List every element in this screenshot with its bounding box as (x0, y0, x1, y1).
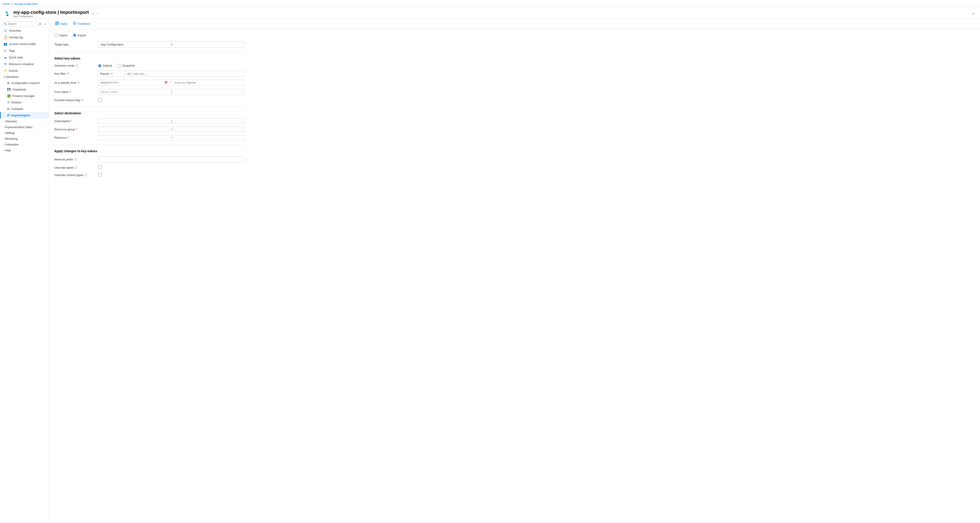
resource-dropdown[interactable]: ▾ (98, 135, 244, 140)
sidebar-item-label: Overview (9, 29, 21, 32)
selection-mode-label: Selection mode ⓘ (54, 64, 94, 67)
from-label-placeholder: Please select (100, 90, 171, 94)
key-filter-row: Key filter ⓘ Equals ▾ (54, 71, 244, 77)
sidebar-item-label: Access control (IAM) (9, 42, 36, 46)
settings-chevron-icon: › (3, 132, 4, 134)
import-radio-label[interactable]: Import (54, 33, 67, 37)
from-label-dropdown[interactable]: Please select ▾ (98, 89, 244, 95)
import-radio[interactable] (54, 33, 58, 37)
remove-prefix-info-icon[interactable]: ⓘ (74, 158, 76, 161)
breadcrumb: Home > my-app-config-store (3, 2, 38, 6)
time-field[interactable] (172, 80, 244, 86)
arrow-right-icon (6, 11, 8, 14)
key-filter-operator-value: Equals (100, 72, 111, 75)
sidebar-section-help[interactable]: › Help (0, 148, 49, 153)
override-labels-label: Override labels ⓘ (54, 166, 94, 170)
exclude-feature-flag-row: Exclude feature flag ⓘ (54, 98, 244, 102)
import-export-radio-group: Import Export (54, 33, 244, 37)
sidebar-item-compare[interactable]: ⊟ Compare (0, 105, 49, 112)
resource-group-dropdown[interactable]: ▾ (98, 127, 244, 132)
key-filter-operator-dropdown[interactable]: Equals ▾ (98, 71, 125, 77)
sidebar-item-snapshots[interactable]: 💾 Snapshots (0, 86, 49, 93)
sidebar-item-overview[interactable]: ⊡ Overview (0, 27, 49, 34)
specific-time-control: 📅 (98, 80, 244, 86)
key-filter-label: Key filter ⓘ (54, 72, 94, 75)
specific-time-info-icon[interactable]: ⓘ (77, 81, 80, 85)
sidebar-item-tags[interactable]: 🏷 Tags (0, 47, 49, 54)
override-labels-info-icon[interactable]: ⓘ (75, 166, 77, 170)
subscription-row: Subscription * ▾ (54, 118, 244, 124)
sidebar-item-events[interactable]: ⚡ Events (0, 67, 49, 74)
breadcrumb-current[interactable]: my-app-config-store (14, 2, 38, 6)
feedback-button[interactable]: Feedback (70, 21, 93, 27)
sidebar-section-operations[interactable]: ▾ Operations (0, 74, 49, 80)
select-key-values-title: Select key-values (54, 57, 244, 60)
search-input[interactable] (8, 22, 35, 26)
override-labels-control (98, 166, 244, 170)
sidebar-item-label: Restore (11, 101, 22, 104)
page-subtitle: App Configuration (13, 15, 89, 18)
sidebar-section-automation[interactable]: › Automation (0, 142, 49, 148)
key-filter-info-icon[interactable]: ⓘ (67, 72, 69, 75)
sidebar-item-activity-log[interactable]: 📋 Activity log (0, 34, 49, 41)
remove-prefix-input[interactable] (98, 156, 244, 163)
default-radio-label[interactable]: Default (98, 64, 112, 67)
export-radio[interactable] (73, 33, 76, 37)
page-title: my-app-config-store | Import/export (13, 10, 89, 15)
date-input[interactable] (100, 81, 164, 85)
selection-mode-info-icon[interactable]: ⓘ (75, 64, 78, 67)
divider-3 (54, 145, 244, 145)
resource-control: ▾ (98, 135, 244, 140)
sidebar-item-import-export[interactable]: ⇄ Import/export (0, 112, 49, 118)
sidebar-item-restore[interactable]: ↺ Restore (0, 99, 49, 105)
sidebar-item-access-control[interactable]: 👥 Access control (IAM) (0, 41, 49, 47)
close-button[interactable]: × (970, 11, 977, 17)
sidebar-item-label: Activity log (9, 36, 23, 39)
override-content-types-info-icon[interactable]: ⓘ (84, 173, 87, 177)
snapshot-radio[interactable] (118, 64, 121, 67)
sidebar-section-monitoring[interactable]: › Monitoring (0, 136, 49, 142)
sidebar-item-resource-visualizer[interactable]: ⚙ Resource visualizer (0, 61, 49, 67)
exclude-feature-flag-checkbox[interactable] (98, 98, 102, 102)
snapshot-radio-label[interactable]: Snapshot (118, 64, 135, 67)
exclude-feature-flag-info-icon[interactable]: ⓘ (81, 98, 84, 102)
key-filter-input[interactable] (125, 71, 244, 77)
form-area: Import Export Target type App Configurat… (49, 29, 250, 185)
sidebar-item-quick-start[interactable]: ☁ Quick start (0, 54, 49, 61)
sidebar-collapse-button[interactable]: « (43, 22, 46, 26)
favorite-icon[interactable]: ☆ (92, 11, 95, 16)
sidebar-search-container[interactable]: 🔍 (2, 21, 37, 26)
override-content-types-checkbox[interactable] (98, 173, 102, 177)
remove-prefix-control (98, 156, 244, 163)
apply-button[interactable]: Apply (52, 21, 70, 27)
sidebar: 🔍 ⚙ « ⊡ Overview 📋 Activity log 👥 Access… (0, 19, 49, 523)
sidebar-section-settings[interactable]: › Settings (0, 130, 49, 136)
override-content-types-row: Override content types ⓘ (54, 173, 244, 177)
events-icon: ⚡ (3, 69, 7, 72)
sidebar-settings-button[interactable]: ⚙ (38, 22, 42, 26)
target-type-dropdown[interactable]: App Configuration ▾ (98, 41, 244, 48)
target-type-label: Target type (54, 43, 94, 46)
sidebar-section-telemetry[interactable]: › Telemetry (0, 118, 49, 124)
sidebar-section-experimentation[interactable]: › Experimentation (New) (0, 124, 49, 130)
subscription-dropdown[interactable]: ▾ (98, 118, 244, 124)
from-label-info-icon[interactable]: ⓘ (69, 90, 72, 94)
resource-group-control: ▾ (98, 127, 244, 132)
target-type-control: App Configuration ▾ (98, 41, 244, 48)
sidebar-item-configuration-explorer[interactable]: ⊞ Configuration explorer (0, 80, 49, 86)
time-input[interactable] (174, 81, 242, 85)
breadcrumb-home[interactable]: Home (3, 2, 10, 6)
resource-label: Resource * (54, 136, 94, 139)
svg-point-5 (74, 23, 75, 23)
override-labels-checkbox[interactable] (98, 166, 102, 169)
configuration-explorer-icon: ⊞ (7, 81, 10, 85)
target-type-value: App Configuration (100, 43, 171, 46)
export-radio-label[interactable]: Export (73, 33, 86, 37)
calendar-icon[interactable]: 📅 (164, 81, 168, 85)
default-radio[interactable] (98, 64, 102, 67)
more-options-icon[interactable]: ··· (97, 12, 99, 16)
sidebar-item-feature-manager[interactable]: 🟩 Feature manager (0, 93, 49, 99)
experimentation-label: Experimentation (New) (5, 126, 32, 129)
target-type-row: Target type App Configuration ▾ (54, 41, 244, 48)
date-field[interactable]: 📅 (98, 80, 170, 86)
